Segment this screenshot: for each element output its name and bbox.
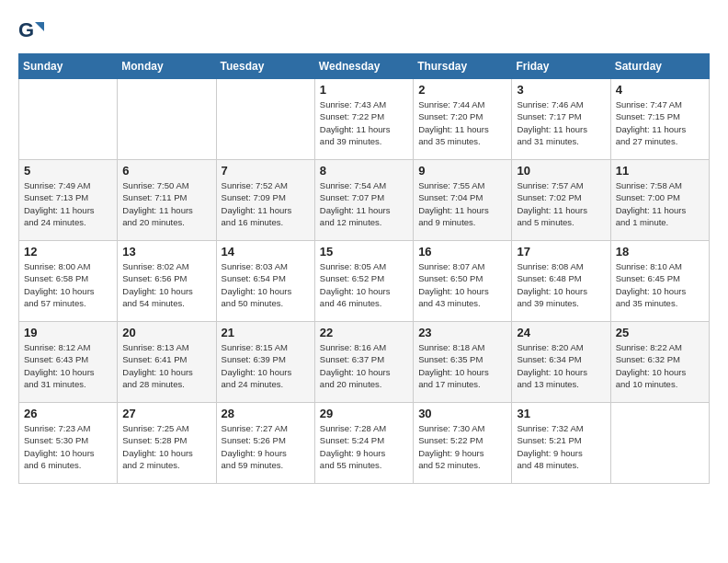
- calendar-day-cell: 3Sunrise: 7:46 AM Sunset: 7:17 PM Daylig…: [512, 79, 610, 160]
- calendar-week-row: 19Sunrise: 8:12 AM Sunset: 6:43 PM Dayli…: [19, 322, 710, 403]
- calendar-day-cell: 7Sunrise: 7:52 AM Sunset: 7:09 PM Daylig…: [216, 160, 314, 241]
- day-info: Sunrise: 7:23 AM Sunset: 5:30 PM Dayligh…: [24, 422, 112, 471]
- weekday-header: Saturday: [610, 54, 709, 79]
- day-number: 12: [24, 245, 112, 259]
- calendar-week-row: 26Sunrise: 7:23 AM Sunset: 5:30 PM Dayli…: [19, 403, 710, 484]
- day-number: 29: [320, 407, 408, 420]
- calendar-day-cell: 2Sunrise: 7:44 AM Sunset: 7:20 PM Daylig…: [414, 79, 512, 160]
- day-number: 19: [24, 326, 112, 339]
- day-info: Sunrise: 8:08 AM Sunset: 6:48 PM Dayligh…: [517, 260, 605, 309]
- calendar-day-cell: [118, 79, 216, 160]
- day-number: 10: [517, 164, 605, 178]
- calendar-day-cell: 29Sunrise: 7:28 AM Sunset: 5:24 PM Dayli…: [314, 403, 413, 484]
- day-number: 23: [418, 326, 506, 339]
- calendar-day-cell: 27Sunrise: 7:25 AM Sunset: 5:28 PM Dayli…: [118, 403, 216, 484]
- day-info: Sunrise: 7:55 AM Sunset: 7:04 PM Dayligh…: [418, 179, 506, 228]
- day-info: Sunrise: 8:20 AM Sunset: 6:34 PM Dayligh…: [517, 341, 605, 390]
- day-info: Sunrise: 8:18 AM Sunset: 6:35 PM Dayligh…: [418, 341, 506, 390]
- day-number: 1: [320, 83, 408, 97]
- day-number: 13: [122, 245, 210, 259]
- day-number: 22: [320, 326, 408, 339]
- day-info: Sunrise: 7:52 AM Sunset: 7:09 PM Dayligh…: [222, 179, 310, 228]
- calendar-day-cell: 22Sunrise: 8:16 AM Sunset: 6:37 PM Dayli…: [314, 322, 413, 403]
- calendar-day-cell: 18Sunrise: 8:10 AM Sunset: 6:45 PM Dayli…: [610, 241, 709, 322]
- calendar-day-cell: 30Sunrise: 7:30 AM Sunset: 5:22 PM Dayli…: [414, 403, 512, 484]
- weekday-header: Monday: [118, 54, 216, 79]
- day-number: 24: [517, 326, 605, 339]
- calendar-day-cell: 9Sunrise: 7:55 AM Sunset: 7:04 PM Daylig…: [414, 160, 512, 241]
- day-number: 21: [222, 326, 310, 339]
- weekday-header: Sunday: [19, 54, 118, 79]
- day-info: Sunrise: 7:43 AM Sunset: 7:22 PM Dayligh…: [320, 98, 408, 147]
- day-number: 30: [418, 407, 506, 420]
- calendar-day-cell: 5Sunrise: 7:49 AM Sunset: 7:13 PM Daylig…: [19, 160, 118, 241]
- calendar-day-cell: 6Sunrise: 7:50 AM Sunset: 7:11 PM Daylig…: [118, 160, 216, 241]
- day-number: 20: [122, 326, 210, 339]
- day-number: 9: [418, 164, 506, 178]
- calendar-day-cell: 20Sunrise: 8:13 AM Sunset: 6:41 PM Dayli…: [118, 322, 216, 403]
- day-info: Sunrise: 8:03 AM Sunset: 6:54 PM Dayligh…: [222, 260, 310, 309]
- calendar-week-row: 12Sunrise: 8:00 AM Sunset: 6:58 PM Dayli…: [19, 241, 710, 322]
- svg-marker-1: [35, 22, 44, 31]
- day-number: 27: [122, 407, 210, 420]
- day-number: 4: [616, 83, 704, 97]
- day-info: Sunrise: 8:00 AM Sunset: 6:58 PM Dayligh…: [24, 260, 112, 309]
- day-number: 6: [122, 164, 210, 178]
- calendar-table: SundayMondayTuesdayWednesdayThursdayFrid…: [18, 53, 710, 484]
- calendar-day-cell: 28Sunrise: 7:27 AM Sunset: 5:26 PM Dayli…: [216, 403, 314, 484]
- calendar-day-cell: 25Sunrise: 8:22 AM Sunset: 6:32 PM Dayli…: [610, 322, 709, 403]
- day-number: 8: [320, 164, 408, 178]
- calendar-day-cell: 26Sunrise: 7:23 AM Sunset: 5:30 PM Dayli…: [19, 403, 118, 484]
- day-info: Sunrise: 8:05 AM Sunset: 6:52 PM Dayligh…: [320, 260, 408, 309]
- calendar-day-cell: 8Sunrise: 7:54 AM Sunset: 7:07 PM Daylig…: [314, 160, 413, 241]
- calendar-day-cell: 14Sunrise: 8:03 AM Sunset: 6:54 PM Dayli…: [216, 241, 314, 322]
- calendar-day-cell: 19Sunrise: 8:12 AM Sunset: 6:43 PM Dayli…: [19, 322, 118, 403]
- day-info: Sunrise: 7:25 AM Sunset: 5:28 PM Dayligh…: [122, 422, 210, 471]
- day-info: Sunrise: 7:54 AM Sunset: 7:07 PM Dayligh…: [320, 179, 408, 228]
- day-info: Sunrise: 7:27 AM Sunset: 5:26 PM Dayligh…: [222, 422, 310, 471]
- calendar-day-cell: 16Sunrise: 8:07 AM Sunset: 6:50 PM Dayli…: [414, 241, 512, 322]
- day-number: 16: [418, 245, 506, 259]
- weekday-header: Wednesday: [314, 54, 413, 79]
- calendar-day-cell: [19, 79, 118, 160]
- day-number: 14: [222, 245, 310, 259]
- calendar-day-cell: 1Sunrise: 7:43 AM Sunset: 7:22 PM Daylig…: [314, 79, 413, 160]
- day-info: Sunrise: 8:16 AM Sunset: 6:37 PM Dayligh…: [320, 341, 408, 390]
- calendar-week-row: 5Sunrise: 7:49 AM Sunset: 7:13 PM Daylig…: [19, 160, 710, 241]
- day-number: 15: [320, 245, 408, 259]
- day-number: 25: [616, 326, 704, 339]
- day-info: Sunrise: 7:58 AM Sunset: 7:00 PM Dayligh…: [616, 179, 704, 228]
- day-number: 31: [517, 407, 605, 420]
- calendar-day-cell: 31Sunrise: 7:32 AM Sunset: 5:21 PM Dayli…: [512, 403, 610, 484]
- day-info: Sunrise: 7:49 AM Sunset: 7:13 PM Dayligh…: [24, 179, 112, 228]
- calendar-day-cell: 4Sunrise: 7:47 AM Sunset: 7:15 PM Daylig…: [610, 79, 709, 160]
- calendar-day-cell: 24Sunrise: 8:20 AM Sunset: 6:34 PM Dayli…: [512, 322, 610, 403]
- day-number: 11: [616, 164, 704, 178]
- calendar-day-cell: 21Sunrise: 8:15 AM Sunset: 6:39 PM Dayli…: [216, 322, 314, 403]
- day-info: Sunrise: 8:15 AM Sunset: 6:39 PM Dayligh…: [222, 341, 310, 390]
- logo: G: [18, 18, 48, 44]
- calendar-day-cell: 12Sunrise: 8:00 AM Sunset: 6:58 PM Dayli…: [19, 241, 118, 322]
- calendar-day-cell: 10Sunrise: 7:57 AM Sunset: 7:02 PM Dayli…: [512, 160, 610, 241]
- day-info: Sunrise: 7:28 AM Sunset: 5:24 PM Dayligh…: [320, 422, 408, 471]
- weekday-header: Thursday: [414, 54, 512, 79]
- calendar-day-cell: 23Sunrise: 8:18 AM Sunset: 6:35 PM Dayli…: [414, 322, 512, 403]
- day-number: 2: [418, 83, 506, 97]
- day-number: 3: [517, 83, 605, 97]
- day-info: Sunrise: 7:57 AM Sunset: 7:02 PM Dayligh…: [517, 179, 605, 228]
- day-info: Sunrise: 8:10 AM Sunset: 6:45 PM Dayligh…: [616, 260, 704, 309]
- day-number: 7: [222, 164, 310, 178]
- calendar-day-cell: 13Sunrise: 8:02 AM Sunset: 6:56 PM Dayli…: [118, 241, 216, 322]
- weekday-header: Friday: [512, 54, 610, 79]
- day-info: Sunrise: 8:07 AM Sunset: 6:50 PM Dayligh…: [418, 260, 506, 309]
- day-info: Sunrise: 7:32 AM Sunset: 5:21 PM Dayligh…: [517, 422, 605, 471]
- calendar-day-cell: 11Sunrise: 7:58 AM Sunset: 7:00 PM Dayli…: [610, 160, 709, 241]
- day-info: Sunrise: 8:22 AM Sunset: 6:32 PM Dayligh…: [616, 341, 704, 390]
- logo-icon: G: [18, 18, 44, 44]
- day-number: 26: [24, 407, 112, 420]
- day-number: 28: [222, 407, 310, 420]
- page-header: G: [18, 18, 710, 44]
- day-info: Sunrise: 7:30 AM Sunset: 5:22 PM Dayligh…: [418, 422, 506, 471]
- day-number: 17: [517, 245, 605, 259]
- day-number: 18: [616, 245, 704, 259]
